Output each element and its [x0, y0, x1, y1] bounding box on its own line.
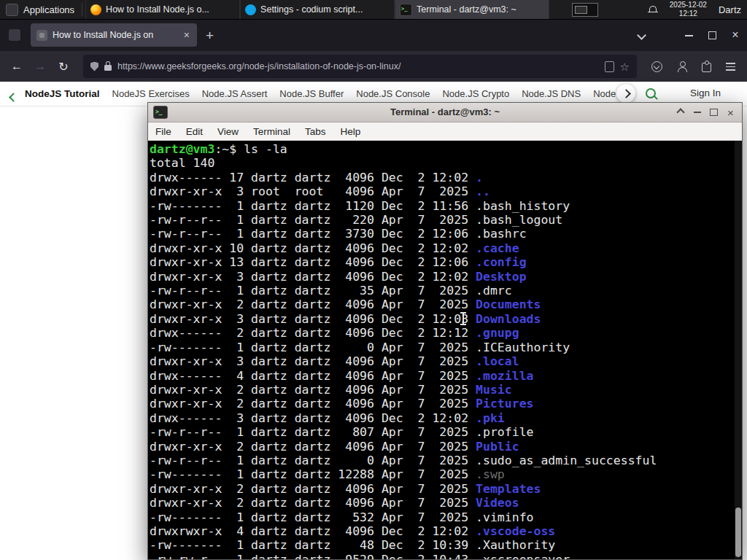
back-button[interactable]: ←: [6, 60, 28, 73]
taskbar-window-label: How to Install Node.js o...: [106, 4, 209, 15]
reader-mode-icon[interactable]: [605, 61, 614, 72]
firefox-view-icon[interactable]: [9, 29, 20, 41]
listing-line: drwx------ 3 dartz dartz 4096 Dec 2 12:0…: [150, 411, 742, 425]
terminal-window: Terminal - dartz@vm3: ~ × FileEditViewTe…: [147, 102, 743, 560]
listing-line: drwxr-xr-x 2 dartz dartz 4096 Apr 7 2025…: [150, 397, 742, 411]
menu-hamburger-icon[interactable]: [726, 63, 735, 71]
browser-tab-bar: How to Install Node.js on × + ×: [0, 19, 747, 51]
taskbar-window-codium[interactable]: Settings - codium script...: [240, 0, 395, 19]
terminal-titlebar[interactable]: Terminal - dartz@vm3: ~ ×: [148, 103, 742, 122]
site-nav-item-2[interactable]: Node.JS Assert: [202, 88, 268, 99]
listing-line: -rw------- 1 dartz dartz 0 Apr 7 2025 .I…: [150, 341, 742, 354]
site-nav-items: NodeJS TutorialNodeJS ExercisesNode.JS A…: [0, 88, 616, 99]
site-nav-item-4[interactable]: Node.JS Console: [356, 88, 430, 99]
url-text[interactable]: https://www.geeksforgeeks.org/node-js/in…: [117, 61, 599, 71]
site-nav-item-3[interactable]: Node.JS Buffer: [279, 88, 344, 99]
extensions-icon[interactable]: [702, 63, 711, 72]
total-line: total 140: [150, 156, 742, 170]
tab-favicon-icon: [36, 30, 47, 41]
site-nav-item-5[interactable]: Node.JS Crypto: [442, 88, 509, 99]
listing-line: drwx------ 2 dartz dartz 4096 Dec 2 12:1…: [150, 326, 742, 340]
listing-line: drwxr-xr-x 10 dartz dartz 4096 Dec 2 12:…: [150, 241, 742, 255]
terminal-output: dartz@vm3:~$ ls -latotal 140drwx------ 1…: [150, 142, 742, 559]
terminal-close-button[interactable]: ×: [722, 103, 739, 122]
clock[interactable]: 2025-12-02 12:12: [670, 1, 707, 18]
desktop: Applications How to Install Node.js o...…: [0, 0, 747, 560]
listing-line: drwxr-xr-x 2 dartz dartz 4096 Apr 7 2025…: [150, 496, 742, 510]
terminal-scrollbar-thumb[interactable]: [735, 508, 741, 557]
listing-line: -rw-r--r-- 1 dartz dartz 3730 Dec 2 12:0…: [150, 227, 742, 241]
terminal-menu-terminal[interactable]: Terminal: [246, 126, 298, 137]
listing-line: drwxr-xr-x 2 dartz dartz 4096 Apr 7 2025…: [150, 383, 742, 397]
browser-toolbar: ← → ↻ https://www.geeksforgeeks.org/node…: [0, 51, 747, 82]
workspace-pager-icon[interactable]: [572, 3, 598, 17]
terminal-menu-help[interactable]: Help: [333, 126, 368, 137]
terminal-menubar: FileEditViewTerminalTabsHelp: [148, 122, 742, 141]
taskbar-window-terminal[interactable]: Terminal - dartz@vm3: ~: [395, 0, 549, 19]
taskbar: Applications How to Install Node.js o...…: [0, 0, 747, 20]
site-nav-scroll-right-icon[interactable]: [616, 84, 635, 103]
lock-icon[interactable]: [104, 65, 112, 71]
terminal-title: Terminal - dartz@vm3: ~: [148, 103, 742, 122]
account-icon[interactable]: [677, 61, 687, 71]
terminal-scrollbar[interactable]: [735, 141, 742, 559]
url-bar[interactable]: https://www.geeksforgeeks.org/node-js/in…: [83, 55, 637, 78]
browser-close-button[interactable]: ×: [724, 29, 747, 41]
new-tab-button[interactable]: +: [197, 28, 222, 42]
site-nav-item-1[interactable]: NodeJS Exercises: [112, 88, 190, 99]
toolbar-right-icons: [646, 61, 741, 72]
clock-date: 2025-12-02: [670, 1, 707, 9]
browser-minimize-button[interactable]: [677, 28, 700, 42]
listing-line: drwxr-xr-x 13 dartz dartz 4096 Dec 2 12:…: [150, 255, 742, 269]
listing-line: -rw-r--r-- 1 dartz dartz 0 Apr 7 2025 .s…: [150, 454, 742, 467]
tab-close-icon[interactable]: ×: [182, 29, 191, 41]
listing-line: drwx------ 17 dartz dartz 4096 Dec 2 12:…: [150, 171, 742, 184]
listing-line: -rw------- 1 dartz dartz 48 Dec 2 10:39 …: [150, 538, 742, 552]
listing-line: drwxr-xr-x 2 dartz dartz 4096 Apr 7 2025…: [150, 482, 742, 496]
terminal-window-buttons: ×: [672, 103, 739, 122]
listing-line: drwxr-xr-x 3 dartz dartz 4096 Dec 2 12:0…: [150, 312, 742, 326]
listing-line: drwxr-xr-x 3 dartz dartz 4096 Apr 7 2025…: [150, 354, 742, 368]
applications-icon: [6, 4, 18, 16]
user-label: Dartz: [719, 4, 743, 15]
terminal-body[interactable]: dartz@vm3:~$ ls -latotal 140drwx------ 1…: [148, 141, 742, 559]
taskbar-window-label: Settings - codium script...: [260, 4, 363, 15]
browser-maximize-button[interactable]: [700, 28, 724, 42]
mouse-cursor-ibeam: [462, 313, 464, 324]
listing-line: -rw-r--r-- 1 dartz dartz 220 Apr 7 2025 …: [150, 213, 742, 227]
site-nav-item-7[interactable]: Node: [593, 88, 616, 99]
site-nav-scroll-left-icon[interactable]: [10, 90, 17, 104]
terminal-shade-button[interactable]: [672, 103, 689, 122]
browser-tab[interactable]: How to Install Node.js on ×: [31, 23, 197, 47]
listing-line: drwxr-xr-x 3 root root 4096 Apr 7 2025 .…: [150, 184, 742, 198]
listing-line: -rw-r--r-- 1 dartz dartz 807 Apr 7 2025 …: [150, 425, 742, 439]
terminal-menu-file[interactable]: File: [148, 126, 179, 137]
terminal-menu-edit[interactable]: Edit: [179, 126, 210, 137]
listing-line: drwxr-xr-x 2 dartz dartz 4096 Apr 7 2025…: [150, 440, 742, 454]
bookmark-star-icon[interactable]: ☆: [620, 61, 630, 72]
taskbar-separator: [82, 3, 82, 16]
listing-line: -rw------- 1 dartz dartz 532 Apr 7 2025 …: [150, 510, 742, 524]
applications-menu[interactable]: Applications: [0, 0, 82, 19]
tracking-shield-icon[interactable]: [90, 62, 98, 71]
notification-bell-icon[interactable]: [648, 5, 658, 15]
listing-line: -rw------- 1 dartz dartz 1120 Dec 2 11:5…: [150, 199, 742, 213]
clock-time: 12:12: [670, 9, 707, 18]
forward-button[interactable]: →: [29, 60, 51, 73]
pocket-icon[interactable]: [651, 61, 662, 72]
listing-line: -rw-rw-r-- 1 dartz dartz 9529 Dec 2 10:4…: [150, 553, 742, 559]
site-nav-item-0[interactable]: NodeJS Tutorial: [25, 88, 100, 99]
site-nav-item-6[interactable]: Node.JS DNS: [522, 88, 581, 99]
sign-in-button[interactable]: Sign In: [690, 88, 721, 98]
taskbar-window-firefox[interactable]: How to Install Node.js o...: [85, 0, 240, 19]
reload-button[interactable]: ↻: [53, 60, 74, 74]
terminal-minimize-button[interactable]: [689, 103, 705, 122]
search-icon[interactable]: [646, 88, 656, 98]
tab-list-chevron-icon[interactable]: [638, 28, 645, 42]
applications-label: Applications: [23, 4, 74, 15]
terminal-menu-tabs[interactable]: Tabs: [298, 126, 333, 137]
terminal-icon: [400, 4, 412, 16]
terminal-menu-view[interactable]: View: [210, 126, 246, 137]
terminal-maximize-button[interactable]: [705, 103, 722, 122]
firefox-icon: [90, 4, 101, 15]
